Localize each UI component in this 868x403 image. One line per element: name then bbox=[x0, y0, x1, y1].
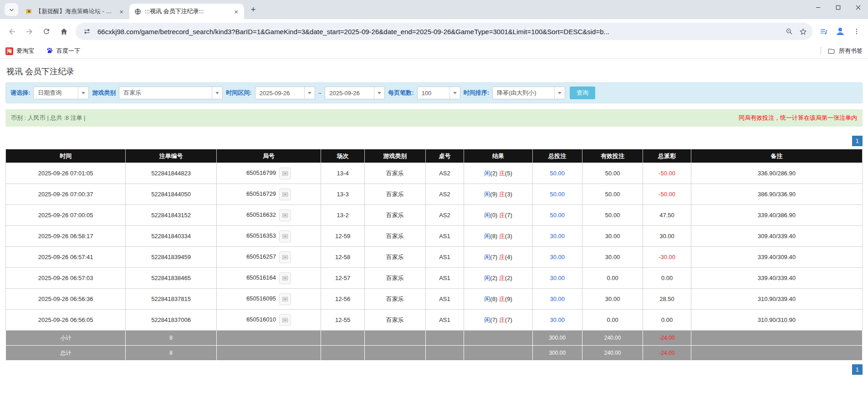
tab-search-button[interactable] bbox=[5, 3, 18, 16]
bookmark-baidu[interactable]: 百度一下 bbox=[46, 47, 80, 56]
per-page-select[interactable]: 100 bbox=[417, 87, 460, 99]
forum-favicon-icon bbox=[25, 8, 32, 15]
result-cell: 闲(7) 庄(4) bbox=[464, 247, 532, 268]
site-settings-button[interactable] bbox=[80, 25, 94, 38]
table-no-cell: AS2 bbox=[425, 205, 464, 226]
video-replay-button[interactable] bbox=[279, 189, 291, 200]
payout-cell: 47.50 bbox=[643, 205, 691, 226]
video-replay-button[interactable] bbox=[279, 168, 291, 179]
game-type-cell: 百家乐 bbox=[365, 310, 426, 331]
date-end-select[interactable]: 2025-09-26 bbox=[325, 87, 385, 99]
game-type-cell: 百家乐 bbox=[365, 268, 426, 289]
subtotal-row-cell-1: 8 bbox=[126, 331, 216, 346]
minimize-button[interactable] bbox=[808, 0, 828, 15]
result-cell: 闲(2) 庄(2) bbox=[464, 268, 532, 289]
tab-close-icon[interactable]: × bbox=[118, 8, 125, 15]
page-1-button[interactable]: 1 bbox=[852, 364, 863, 375]
media-controls-button[interactable] bbox=[816, 24, 832, 39]
round-cell: 650516010 bbox=[216, 310, 321, 331]
summary-currency-count: 币别 : 人民币 | 总共 :8 注单 | bbox=[11, 114, 86, 122]
video-replay-button[interactable] bbox=[279, 293, 291, 305]
date-start-select[interactable]: 2025-09-26 bbox=[255, 87, 315, 99]
time-cell: 2025-09-26 06:57:41 bbox=[6, 247, 126, 268]
total-row-cell-1: 8 bbox=[126, 346, 216, 361]
total-bet-link[interactable]: 50.00 bbox=[550, 170, 565, 177]
round-cell: 650516164 bbox=[216, 268, 321, 289]
session-cell: 12-56 bbox=[321, 289, 365, 310]
tab-close-icon[interactable]: × bbox=[233, 8, 240, 15]
valid-bet-cell: 30.00 bbox=[582, 226, 643, 247]
kebab-menu-icon bbox=[853, 28, 860, 35]
payout-cell: 0.00 bbox=[643, 268, 691, 289]
note-cell: 310.90/310.90 bbox=[691, 310, 862, 331]
page-1-button[interactable]: 1 bbox=[852, 136, 863, 146]
sort-value: 降幂(由大到小) bbox=[493, 89, 554, 97]
total-row-cell-7: 300.00 bbox=[532, 346, 582, 361]
result-cell: 闲(8) 庄(9) bbox=[464, 289, 532, 310]
round-number: 650516353 bbox=[246, 232, 276, 239]
total-bet-cell: 30.00 bbox=[532, 247, 582, 268]
subtotal-row-cell-6 bbox=[464, 331, 532, 346]
round-cell: 650516729 bbox=[216, 184, 321, 205]
total-bet-link[interactable]: 50.00 bbox=[550, 212, 565, 219]
session-cell: 12-57 bbox=[321, 268, 365, 289]
film-glyph bbox=[282, 317, 288, 323]
note-cell: 336.90/286.90 bbox=[691, 163, 862, 184]
maximize-button[interactable] bbox=[828, 0, 848, 15]
address-bar[interactable]: 66cxkj98.com/game/betrecord_search/kind3… bbox=[76, 23, 812, 40]
forward-arrow-icon bbox=[25, 27, 34, 36]
date-start-value: 2025-09-26 bbox=[255, 90, 304, 97]
session-cell: 12-58 bbox=[321, 247, 365, 268]
total-bet-link[interactable]: 30.00 bbox=[550, 296, 565, 302]
subtotal-row-cell-3 bbox=[321, 331, 365, 346]
search-button[interactable]: 查询 bbox=[570, 87, 595, 99]
game-type-select[interactable]: 百家乐 bbox=[119, 87, 223, 99]
video-replay-button[interactable] bbox=[279, 230, 291, 242]
round-cell: 650516632 bbox=[216, 205, 321, 226]
profile-avatar[interactable] bbox=[832, 24, 848, 39]
table-no-cell: AS1 bbox=[425, 247, 464, 268]
all-bookmarks-button[interactable]: 所有书签 bbox=[827, 47, 863, 55]
total-bet-link[interactable]: 30.00 bbox=[550, 275, 565, 281]
game-type-label: 游戏类别 bbox=[92, 89, 116, 97]
video-replay-button[interactable] bbox=[279, 272, 291, 284]
payout-cell: 0.00 bbox=[643, 310, 691, 331]
total-bet-link[interactable]: 30.00 bbox=[550, 316, 565, 323]
bet-id-cell: 522841840334 bbox=[126, 226, 216, 247]
globe-favicon-icon bbox=[134, 8, 141, 15]
bookmark-taobao[interactable]: 淘 爱淘宝 bbox=[5, 47, 34, 55]
film-glyph bbox=[282, 191, 288, 198]
zoom-button[interactable] bbox=[782, 25, 796, 38]
subtotal-row-cell-10 bbox=[691, 331, 862, 346]
game-type-cell: 百家乐 bbox=[365, 226, 426, 247]
table-row: 2025-09-26 06:56:05522841837006650516010… bbox=[6, 310, 863, 331]
summary-bar: 币别 : 人民币 | 总共 :8 注单 | 同局有效投注，统一计算在该局第一张注… bbox=[5, 109, 863, 127]
valid-bet-cell: 50.00 bbox=[582, 184, 643, 205]
reload-button[interactable] bbox=[38, 23, 55, 40]
back-button[interactable] bbox=[4, 23, 20, 40]
close-button[interactable] bbox=[848, 0, 868, 15]
subtotal-row-cell-4 bbox=[365, 331, 426, 346]
sort-select[interactable]: 降幂(由大到小) bbox=[492, 87, 565, 99]
browser-menu-button[interactable] bbox=[849, 24, 864, 39]
total-bet-link[interactable]: 30.00 bbox=[550, 254, 565, 260]
column-header-1: 注单编号 bbox=[126, 149, 216, 163]
table-row: 2025-09-26 06:57:41522841839459650516257… bbox=[6, 247, 863, 268]
table-no-cell: AS1 bbox=[425, 310, 464, 331]
time-cell: 2025-09-26 06:56:05 bbox=[6, 310, 126, 331]
tab-betrecord[interactable]: :::视讯 会员下注纪录::: × bbox=[129, 4, 244, 19]
home-button[interactable] bbox=[56, 23, 72, 40]
video-replay-button[interactable] bbox=[279, 251, 291, 263]
video-replay-button[interactable] bbox=[279, 209, 291, 221]
query-type-select[interactable]: 日期查询 bbox=[33, 87, 89, 99]
new-tab-button[interactable]: + bbox=[247, 3, 260, 16]
payout-cell: -50.00 bbox=[643, 184, 691, 205]
tab-forum[interactable]: 【新提醒】海燕策略论坛 - 综合 × bbox=[20, 4, 129, 19]
total-bet-cell: 50.00 bbox=[532, 205, 582, 226]
video-replay-button[interactable] bbox=[279, 314, 291, 326]
total-bet-link[interactable]: 30.00 bbox=[550, 233, 565, 240]
total-bet-link[interactable]: 50.00 bbox=[550, 191, 565, 198]
bookmark-star-button[interactable] bbox=[796, 25, 810, 38]
forward-button[interactable] bbox=[21, 23, 37, 40]
url-text[interactable]: 66cxkj98.com/game/betrecord_search/kind3… bbox=[97, 28, 779, 36]
